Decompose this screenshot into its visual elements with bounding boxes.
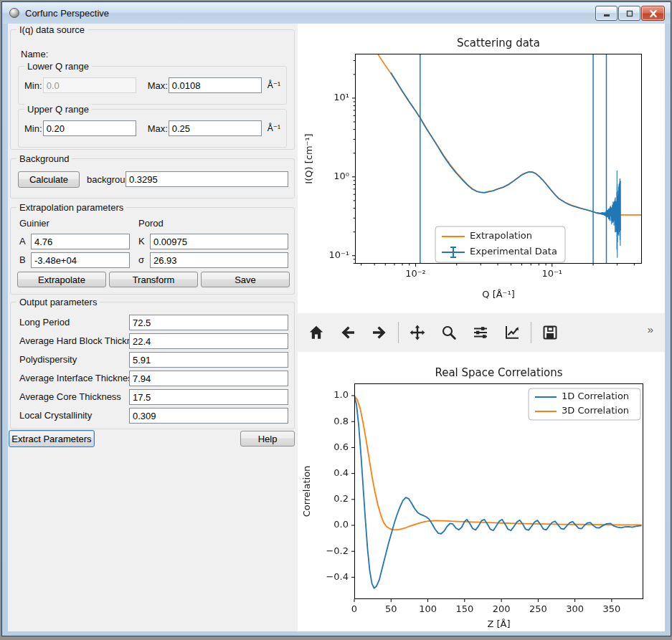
toolbar-separator [531, 322, 531, 343]
close-button[interactable] [641, 6, 665, 21]
subplots-button[interactable] [465, 317, 496, 348]
upper-q-range-group: Upper Q range Min: Max: Å⁻¹ [18, 109, 287, 148]
porod-label: Porod [138, 218, 164, 229]
maximize-button[interactable] [618, 6, 640, 21]
maximize-icon [625, 9, 635, 18]
porod-k-label: K [138, 236, 145, 247]
calculate-button-label: Calculate [29, 174, 68, 185]
charts-panel: » [298, 24, 665, 631]
help-button[interactable]: Help [240, 431, 295, 446]
iq-data-source-group: I(q) data source Name: Lower Q range Min… [10, 29, 295, 150]
background-field[interactable] [126, 171, 288, 187]
upper-q-min-field[interactable] [43, 120, 136, 136]
lower-q-max-label: Max: [148, 80, 169, 91]
guinier-label: Guinier [19, 218, 49, 229]
long-period-field[interactable] [129, 315, 288, 330]
app-icon [9, 8, 19, 18]
lower-q-range-group: Lower Q range Min: Max: Å⁻¹ [18, 66, 287, 105]
porod-k-field[interactable] [150, 234, 288, 249]
local-crystallinity-label: Local Crystallinity [19, 410, 92, 421]
forward-button[interactable] [364, 317, 395, 348]
upper-q-min-label: Min: [24, 123, 43, 134]
guinier-a-label: A [19, 236, 26, 247]
extrapolation-parameters-group: Extrapolation parameters Guinier Porod A… [10, 207, 295, 295]
upper-q-max-label: Max: [148, 123, 169, 134]
save-figure-button[interactable] [534, 317, 566, 348]
minimize-button[interactable] [595, 6, 617, 21]
avg-interface-thickness-label: Average Interface Thickness [19, 373, 137, 383]
titlebar[interactable]: Corfunc Perspective [2, 2, 671, 24]
extrapolate-button[interactable]: Extrapolate [17, 272, 106, 287]
long-period-label: Long Period [19, 317, 70, 328]
lower-q-min-label: Min: [24, 80, 43, 91]
toolbar-separator [398, 322, 399, 343]
upper-q-title: Upper Q range [24, 104, 92, 115]
home-button[interactable] [300, 317, 332, 348]
iq-group-title: I(q) data source [16, 24, 87, 35]
save-button[interactable]: Save [201, 272, 290, 287]
avg-hard-block-thickness-label: Average Hard Block Thickness [19, 335, 146, 346]
polydispersity-label: Polydispersity [19, 354, 77, 365]
avg-core-thickness-label: Average Core Thickness [19, 391, 121, 402]
corfunc-form-panel: I(q) data source Name: Lower Q range Min… [8, 24, 298, 631]
back-arrow-icon [339, 324, 356, 341]
background-group: Background Calculate background [10, 158, 295, 199]
avg-interface-thickness-field[interactable] [129, 371, 288, 386]
extract-parameters-button[interactable]: Extract Parameters [9, 430, 95, 447]
guinier-b-field[interactable] [31, 252, 130, 268]
pan-button[interactable] [402, 317, 433, 348]
back-button[interactable] [332, 317, 364, 348]
zoom-button[interactable] [433, 317, 465, 348]
forward-arrow-icon [371, 324, 388, 341]
background-group-title: Background [16, 153, 72, 164]
extrapolate-button-label: Extrapolate [38, 274, 85, 285]
lower-q-max-field[interactable] [169, 77, 262, 93]
porod-sigma-label: σ [138, 254, 144, 265]
guinier-b-label: B [19, 254, 26, 265]
avg-core-thickness-field[interactable] [129, 389, 288, 405]
name-label: Name: [21, 49, 48, 59]
correlation-plot-canvas[interactable] [298, 352, 665, 631]
pan-icon [409, 324, 426, 341]
lower-q-unit: Å⁻¹ [268, 80, 280, 90]
minimize-icon [602, 9, 612, 18]
local-crystallinity-field[interactable] [129, 408, 288, 424]
subplots-icon [472, 324, 489, 341]
magnifier-icon [440, 324, 458, 341]
close-icon [648, 9, 658, 18]
customize-button[interactable] [496, 317, 528, 348]
output-group-title: Output parameters [16, 297, 100, 307]
save-button-label: Save [235, 274, 256, 285]
extract-parameters-button-label: Extract Parameters [11, 434, 91, 444]
output-parameters-group: Output parameters Long Period Average Ha… [10, 302, 295, 429]
scattering-plot-canvas[interactable] [298, 24, 665, 313]
transform-button[interactable]: Transform [109, 272, 198, 287]
transform-button-label: Transform [133, 274, 175, 285]
floppy-save-icon [541, 324, 559, 341]
upper-q-unit: Å⁻¹ [268, 123, 280, 133]
avg-hard-block-thickness-field[interactable] [129, 333, 288, 349]
polydispersity-field[interactable] [129, 352, 288, 368]
line-chart-icon [503, 324, 521, 341]
lower-q-title: Lower Q range [24, 61, 92, 72]
home-icon [308, 324, 325, 341]
upper-q-max-field[interactable] [169, 120, 262, 136]
calculate-button[interactable]: Calculate [18, 171, 80, 188]
corfunc-window: Corfunc Perspective I(q) data source Nam… [1, 1, 671, 636]
toolbar-overflow-chevron[interactable]: » [648, 323, 653, 335]
plot-toolbar: » [298, 313, 665, 352]
porod-sigma-field[interactable] [150, 252, 288, 268]
window-title: Corfunc Perspective [25, 8, 109, 19]
help-button-label: Help [258, 434, 278, 444]
lower-q-min-field [43, 77, 136, 93]
guinier-a-field[interactable] [31, 234, 130, 249]
extrapolation-group-title: Extrapolation parameters [16, 202, 126, 213]
